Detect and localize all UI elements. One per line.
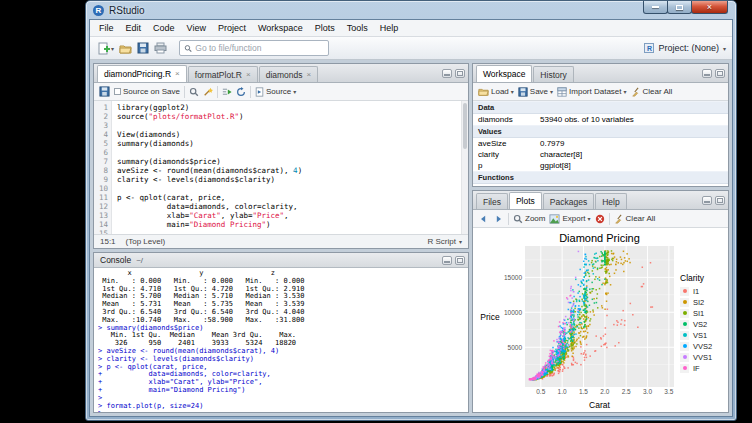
checkbox-icon [114,88,121,95]
menu-workspace[interactable]: Workspace [252,23,309,33]
code-area[interactable]: library(ggplot2)source("plots/formatPlot… [112,101,461,234]
workspace-object-row[interactable]: aveSize0.7979 [473,138,728,149]
minimize-pane-button[interactable] [702,196,712,205]
tab-help[interactable]: Help [595,193,626,209]
rerun-button[interactable] [236,87,246,97]
tab-label: diamonds [266,70,303,80]
zoom-button[interactable]: Zoom [513,214,545,224]
plot-title: Diamond Pricing [477,230,724,246]
x-tick-label: 0.5 [531,388,551,395]
legend-key [680,331,689,340]
project-selector[interactable]: R Project: (None) ▾ [644,43,726,53]
string-token: "Carat" [189,211,221,220]
chevron-down-icon: ▾ [459,238,462,245]
plots-pane: FilesPlotsPackagesHelp Zoom [472,190,729,413]
divider [184,86,185,98]
open-file-button[interactable] [118,41,133,56]
tab-plots[interactable]: Plots [509,192,542,209]
legend-key [680,364,689,373]
workspace-object-row[interactable]: claritycharacter[8] [473,149,728,160]
project-icon: R [644,43,654,53]
code-line: xlab="Carat", ylab="Price", [117,211,461,220]
menu-code[interactable]: Code [147,23,181,33]
working-directory[interactable]: ~/ [136,256,143,265]
code-line [117,184,461,193]
tab-workspace[interactable]: Workspace [476,65,532,82]
scope-selector[interactable]: (Top Level) [126,237,166,246]
save-workspace-button[interactable]: Save ▾ [518,87,553,97]
minimize-pane-button[interactable] [442,69,452,78]
tab-packages[interactable]: Packages [543,193,594,209]
menu-view[interactable]: View [181,23,212,33]
workspace-object-list: Datadiamonds53940 obs. of 10 variablesVa… [473,101,728,186]
minimize-pane-button[interactable] [702,69,712,78]
import-dataset-button[interactable]: Import Dataset ▾ [557,87,626,97]
new-file-button[interactable]: ▾ [96,41,115,56]
goto-file-input[interactable] [195,43,324,53]
editor-scrollbar[interactable] [461,101,468,234]
save-icon[interactable] [99,86,110,97]
tab-history[interactable]: History [533,66,573,82]
source-button[interactable]: Source ▾ [255,87,296,97]
code-token: library(ggplot2) [117,103,189,112]
title-bar[interactable]: R RStudio × [86,1,736,19]
close-tab-icon[interactable]: × [175,70,180,78]
console-output[interactable]: x y z Min. : 0.000 Min. : 0.000 Min. : 0… [94,268,468,412]
code-token: ) [266,220,271,229]
menu-file[interactable]: File [93,23,120,33]
project-label: Project: (None) [658,43,719,53]
menu-plots[interactable]: Plots [309,23,341,33]
object-value: character[8] [540,150,582,159]
source-on-save-toggle[interactable]: Source on Save [114,87,180,96]
minimize-pane-button[interactable] [442,256,452,265]
tab-files[interactable]: Files [476,193,508,209]
maximize-pane-button[interactable] [455,256,465,265]
maximize-pane-button[interactable] [715,69,725,78]
next-plot-arrow-icon[interactable] [493,214,504,224]
line-number: 6 [94,148,108,157]
remove-plot-button[interactable] [595,214,605,224]
maximize-pane-button[interactable] [715,196,725,205]
menu-edit[interactable]: Edit [120,23,148,33]
load-workspace-button[interactable]: Load ▾ [478,86,514,97]
scrollbar-thumb[interactable] [463,103,467,149]
maximize-button[interactable] [667,1,692,14]
workspace-object-row[interactable]: format.plot(plot, size) [473,184,728,186]
previous-plot-arrow-icon[interactable] [478,214,489,224]
code-line: View(diamonds) [117,130,461,139]
close-tab-icon[interactable]: × [307,71,312,79]
menu-project[interactable]: Project [212,23,252,33]
plot-panel: 0.51.01.52.02.53.03.5 [525,246,674,387]
run-button[interactable] [222,87,232,97]
tab-diamondpricing-r[interactable]: diamondPricing.R× [97,65,187,82]
line-number: 3 [94,121,108,130]
clear-all-button[interactable]: Clear All [631,87,673,97]
legend-dot-icon [683,311,687,315]
pane-grid: diamondPricing.R×formatPlot.R×diamonds× … [90,60,732,416]
save-button[interactable] [136,41,150,55]
save-icon [137,42,149,54]
filetype-selector[interactable]: R Script [428,237,456,246]
print-button[interactable] [153,41,168,55]
object-value: ggplot[8] [540,161,571,170]
tab-diamonds[interactable]: diamonds× [259,66,319,82]
x-tick-label: 3.0 [638,388,658,395]
close-tab-icon[interactable]: × [246,71,251,79]
workspace-object-row[interactable]: pggplot[8] [473,160,728,171]
legend-item: SI2 [680,298,724,307]
menu-help[interactable]: Help [374,23,405,33]
tab-formatplot-r[interactable]: formatPlot.R× [188,66,258,82]
code-tools-wand-icon[interactable] [203,87,213,97]
maximize-pane-button[interactable] [455,69,465,78]
workspace-pane: WorkspaceHistory Load ▾ [472,63,729,187]
code-token: View(diamonds) [117,130,180,139]
export-button[interactable]: Export ▾ [549,214,590,224]
close-button[interactable]: × [691,1,728,14]
object-value: 53940 obs. of 10 variables [540,115,634,124]
find-replace-icon[interactable] [189,87,199,97]
minimize-button[interactable] [643,1,668,14]
y-tick-label: 10000 [504,309,522,316]
workspace-object-row[interactable]: diamonds53940 obs. of 10 variables [473,114,728,125]
clear-all-plots-button[interactable]: Clear All [614,214,656,224]
menu-tools[interactable]: Tools [341,23,374,33]
